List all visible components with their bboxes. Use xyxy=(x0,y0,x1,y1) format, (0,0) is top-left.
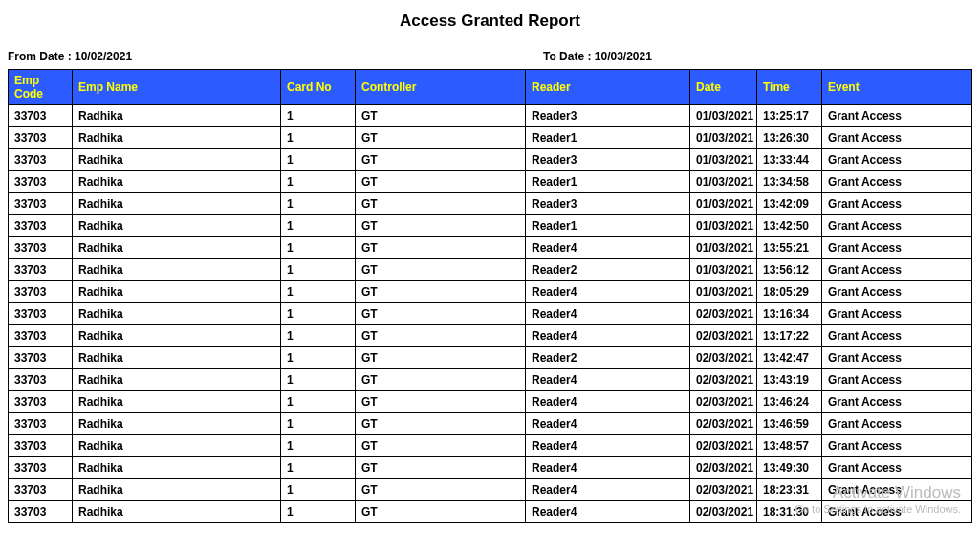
cell-reader: Reader3 xyxy=(526,193,690,215)
cell-controller: GT xyxy=(356,501,526,523)
cell-emp-code: 33703 xyxy=(9,457,73,479)
cell-time: 13:26:30 xyxy=(757,127,822,149)
cell-controller: GT xyxy=(356,391,526,413)
table-row: 33703Radhika1GTReader402/03/202113:46:24… xyxy=(9,391,972,413)
cell-event: Grant Access xyxy=(822,105,972,127)
cell-date: 02/03/2021 xyxy=(690,391,757,413)
table-row: 33703Radhika1GTReader402/03/202118:23:31… xyxy=(9,479,972,501)
cell-emp-name: Radhika xyxy=(73,325,281,347)
cell-reader: Reader4 xyxy=(526,325,690,347)
cell-date: 01/03/2021 xyxy=(690,259,757,281)
header-reader: Reader xyxy=(526,70,690,105)
cell-date: 02/03/2021 xyxy=(690,325,757,347)
cell-controller: GT xyxy=(356,457,526,479)
cell-time: 13:16:34 xyxy=(757,303,822,325)
cell-date: 02/03/2021 xyxy=(690,303,757,325)
cell-reader: Reader3 xyxy=(526,149,690,171)
table-row: 33703Radhika1GTReader201/03/202113:56:12… xyxy=(9,259,972,281)
table-row: 33703Radhika1GTReader402/03/202113:17:22… xyxy=(9,325,972,347)
table-row: 33703Radhika1GTReader101/03/202113:34:58… xyxy=(9,171,972,193)
cell-event: Grant Access xyxy=(822,171,972,193)
cell-date: 02/03/2021 xyxy=(690,347,757,369)
cell-controller: GT xyxy=(356,105,526,127)
cell-time: 13:33:44 xyxy=(757,149,822,171)
cell-emp-name: Radhika xyxy=(73,369,281,391)
report-title: Access Granted Report xyxy=(8,11,972,31)
cell-time: 13:43:19 xyxy=(757,369,822,391)
cell-emp-name: Radhika xyxy=(73,259,281,281)
cell-time: 13:34:58 xyxy=(757,171,822,193)
cell-time: 18:05:29 xyxy=(757,281,822,303)
cell-time: 13:42:50 xyxy=(757,215,822,237)
cell-time: 13:42:09 xyxy=(757,193,822,215)
cell-reader: Reader1 xyxy=(526,127,690,149)
cell-event: Grant Access xyxy=(822,413,972,435)
cell-emp-code: 33703 xyxy=(9,259,73,281)
cell-card-no: 1 xyxy=(281,127,356,149)
cell-reader: Reader4 xyxy=(526,479,690,501)
cell-emp-name: Radhika xyxy=(73,127,281,149)
cell-controller: GT xyxy=(356,193,526,215)
table-row: 33703Radhika1GTReader301/03/202113:25:17… xyxy=(9,105,972,127)
cell-emp-code: 33703 xyxy=(9,171,73,193)
cell-card-no: 1 xyxy=(281,391,356,413)
cell-reader: Reader3 xyxy=(526,105,690,127)
cell-date: 01/03/2021 xyxy=(690,105,757,127)
cell-emp-code: 33703 xyxy=(9,215,73,237)
cell-reader: Reader4 xyxy=(526,457,690,479)
table-row: 33703Radhika1GTReader402/03/202118:31:30… xyxy=(9,501,972,523)
table-row: 33703Radhika1GTReader402/03/202113:49:30… xyxy=(9,457,972,479)
cell-time: 18:23:31 xyxy=(757,479,822,501)
table-row: 33703Radhika1GTReader402/03/202113:46:59… xyxy=(9,413,972,435)
table-row: 33703Radhika1GTReader401/03/202113:55:21… xyxy=(9,237,972,259)
cell-controller: GT xyxy=(356,347,526,369)
cell-card-no: 1 xyxy=(281,171,356,193)
cell-reader: Reader1 xyxy=(526,171,690,193)
cell-controller: GT xyxy=(356,369,526,391)
cell-event: Grant Access xyxy=(822,193,972,215)
cell-emp-name: Radhika xyxy=(73,193,281,215)
date-range-row: From Date : 10/02/2021 To Date : 10/03/2… xyxy=(8,50,972,63)
cell-card-no: 1 xyxy=(281,237,356,259)
table-row: 33703Radhika1GTReader301/03/202113:33:44… xyxy=(9,149,972,171)
cell-card-no: 1 xyxy=(281,457,356,479)
cell-reader: Reader4 xyxy=(526,237,690,259)
header-time: Time xyxy=(757,70,822,105)
cell-card-no: 1 xyxy=(281,215,356,237)
cell-event: Grant Access xyxy=(822,237,972,259)
cell-controller: GT xyxy=(356,149,526,171)
cell-emp-code: 33703 xyxy=(9,105,73,127)
table-row: 33703Radhika1GTReader202/03/202113:42:47… xyxy=(9,347,972,369)
cell-reader: Reader4 xyxy=(526,435,690,457)
cell-controller: GT xyxy=(356,259,526,281)
cell-emp-name: Radhika xyxy=(73,171,281,193)
cell-controller: GT xyxy=(356,127,526,149)
cell-card-no: 1 xyxy=(281,149,356,171)
cell-event: Grant Access xyxy=(822,391,972,413)
header-emp-name: Emp Name xyxy=(73,70,281,105)
cell-emp-name: Radhika xyxy=(73,215,281,237)
cell-time: 13:55:21 xyxy=(757,237,822,259)
cell-card-no: 1 xyxy=(281,193,356,215)
cell-event: Grant Access xyxy=(822,127,972,149)
cell-card-no: 1 xyxy=(281,303,356,325)
cell-emp-name: Radhika xyxy=(73,457,281,479)
cell-emp-code: 33703 xyxy=(9,479,73,501)
cell-emp-name: Radhika xyxy=(73,237,281,259)
cell-emp-code: 33703 xyxy=(9,501,73,523)
cell-emp-code: 33703 xyxy=(9,413,73,435)
header-card-no: Card No xyxy=(281,70,356,105)
cell-card-no: 1 xyxy=(281,281,356,303)
cell-controller: GT xyxy=(356,303,526,325)
table-row: 33703Radhika1GTReader301/03/202113:42:09… xyxy=(9,193,972,215)
cell-time: 13:42:47 xyxy=(757,347,822,369)
cell-controller: GT xyxy=(356,479,526,501)
cell-controller: GT xyxy=(356,237,526,259)
table-row: 33703Radhika1GTReader101/03/202113:26:30… xyxy=(9,127,972,149)
cell-date: 02/03/2021 xyxy=(690,457,757,479)
cell-date: 02/03/2021 xyxy=(690,435,757,457)
cell-time: 13:25:17 xyxy=(757,105,822,127)
cell-emp-code: 33703 xyxy=(9,369,73,391)
cell-emp-code: 33703 xyxy=(9,303,73,325)
cell-time: 13:56:12 xyxy=(757,259,822,281)
